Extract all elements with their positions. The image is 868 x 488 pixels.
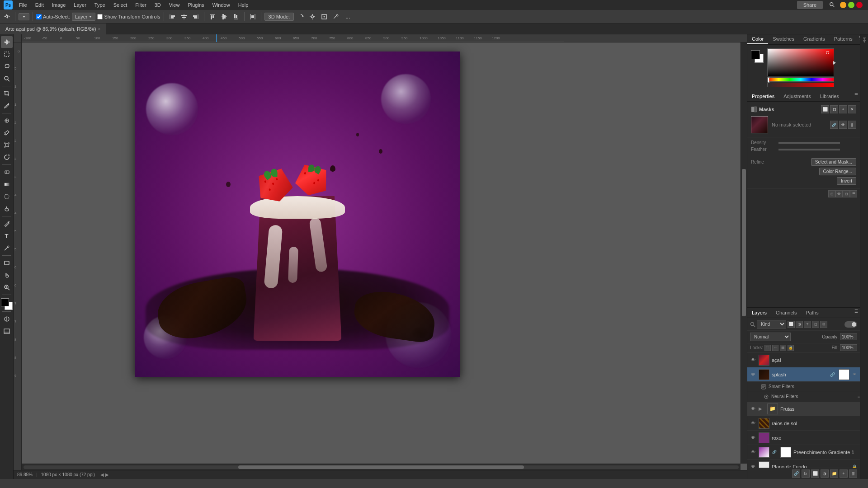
panel-action-1[interactable]: ⊞: [828, 190, 835, 197]
filter-pixel-icon[interactable]: ⬜: [788, 321, 795, 328]
layer-background[interactable]: 👁 Plano de Fundo 🔒: [747, 460, 860, 468]
menu-help[interactable]: Help: [235, 1, 252, 9]
mask-view-btn[interactable]: 👁: [839, 121, 847, 129]
path-select-tool[interactable]: [1, 242, 13, 254]
tab-gradients[interactable]: Gradients: [799, 34, 830, 44]
mask-delete-btn[interactable]: 🗑: [848, 121, 856, 129]
layer-raios-visibility[interactable]: 👁: [750, 420, 756, 427]
share-button[interactable]: Share: [797, 1, 823, 9]
new-layer-btn[interactable]: +: [840, 469, 848, 478]
tab-channels[interactable]: Channels: [771, 308, 801, 318]
blur-tool[interactable]: [1, 191, 13, 202]
menu-type[interactable]: Type: [91, 1, 109, 9]
nav-arrows[interactable]: ◀ ▶: [100, 472, 109, 477]
tab-adjustments[interactable]: Adjustments: [779, 91, 816, 101]
pixel-mask-btn[interactable]: ⬜: [821, 105, 829, 113]
lock-position-icon[interactable]: ↔: [772, 345, 778, 351]
maximize-button[interactable]: [848, 2, 854, 8]
transform-controls-checkbox[interactable]: Show Transform Controls: [97, 14, 160, 19]
layer-splash[interactable]: 👁 splash 🔗 👁: [747, 367, 860, 382]
delete-layer-btn[interactable]: 🗑: [849, 469, 857, 478]
tab-color[interactable]: Color: [747, 34, 768, 44]
foreground-color[interactable]: [1, 298, 9, 306]
invert-button[interactable]: Invert: [837, 177, 856, 185]
menu-layer[interactable]: Layer: [70, 1, 90, 9]
menu-window[interactable]: Window: [209, 1, 234, 9]
layer-acai-visibility[interactable]: 👁: [750, 357, 756, 363]
v-scroll-thumb[interactable]: [742, 169, 746, 316]
3d-mode-button[interactable]: 3D Mode:: [264, 13, 294, 21]
color-gradient-area[interactable]: [767, 48, 834, 76]
panel-action-2[interactable]: 👁: [835, 190, 843, 197]
color-range-button[interactable]: Color Range...: [819, 168, 856, 175]
new-adjustment-btn[interactable]: ◑: [821, 469, 829, 478]
hand-tool[interactable]: [1, 269, 13, 281]
transform-icon[interactable]: [319, 12, 329, 22]
zoom-tool[interactable]: [1, 282, 13, 293]
add-layer-style-btn[interactable]: fx: [802, 469, 810, 478]
add-mask-btn[interactable]: +: [839, 105, 847, 113]
h-scroll-thumb[interactable]: [238, 465, 524, 469]
layer-frutas[interactable]: 👁 ▶ 📁 Frutas: [747, 402, 860, 416]
align-right-icon[interactable]: [191, 12, 201, 22]
menu-image[interactable]: Image: [48, 1, 70, 9]
align-left-icon[interactable]: [167, 12, 177, 22]
layer-raios[interactable]: 👁 raios de sol: [747, 416, 860, 431]
vector-mask-btn[interactable]: ◻: [830, 105, 838, 113]
quick-mask-button[interactable]: [1, 313, 13, 325]
minimize-button[interactable]: [840, 2, 846, 8]
distribute-icon[interactable]: [248, 12, 258, 22]
layer-roxo[interactable]: 👁 roxo: [747, 431, 860, 445]
move-tool[interactable]: [1, 36, 13, 48]
layer-gradient-visibility[interactable]: 👁: [750, 449, 756, 455]
tab-paths[interactable]: Paths: [802, 308, 823, 318]
settings-icon[interactable]: [307, 12, 317, 22]
layer-dropdown[interactable]: Layer: [72, 13, 96, 21]
align-bottom-icon[interactable]: [231, 12, 241, 22]
fg-swatch[interactable]: [751, 50, 760, 59]
layer-splash-visibility[interactable]: 👁: [750, 371, 756, 378]
selection-tool[interactable]: [1, 48, 13, 60]
align-middle-icon[interactable]: [219, 12, 229, 22]
healing-brush-tool[interactable]: [1, 115, 13, 127]
panel-action-3[interactable]: ⊡: [843, 190, 850, 197]
fg-bg-swatch-container[interactable]: [751, 50, 764, 63]
lock-artboard-icon[interactable]: ▦: [780, 345, 786, 351]
h-scroll-track[interactable]: [24, 465, 739, 469]
filter-adj-icon[interactable]: ◑: [796, 321, 803, 328]
alpha-spectrum[interactable]: [767, 83, 834, 87]
lock-pixels-icon[interactable]: ⬚: [764, 345, 771, 351]
layer-frutas-visibility[interactable]: 👁: [750, 406, 756, 412]
hue-slider[interactable]: [768, 77, 769, 83]
props-menu-icon[interactable]: ☰: [853, 91, 860, 99]
filter-toggle[interactable]: [844, 321, 857, 328]
menu-select[interactable]: Select: [110, 1, 131, 9]
menu-view[interactable]: View: [165, 1, 184, 9]
filter-smart-icon[interactable]: ⊞: [820, 321, 827, 328]
hue-spectrum[interactable]: [767, 77, 834, 82]
filter-type-icon[interactable]: T: [804, 321, 811, 328]
tab-close-button[interactable]: ×: [98, 27, 100, 31]
panel-action-4[interactable]: ☰: [850, 190, 857, 197]
quick-select-tool[interactable]: [1, 73, 13, 84]
canvas-document[interactable]: [135, 52, 460, 377]
add-layer-mask-btn[interactable]: ⬜: [811, 469, 819, 478]
menu-file[interactable]: File: [15, 1, 31, 9]
gradient-tool[interactable]: [1, 178, 13, 190]
mask-link-btn[interactable]: 🔗: [830, 121, 838, 129]
filter-shape-icon[interactable]: ◻: [812, 321, 819, 328]
layer-smart-filters[interactable]: Smart Filters: [747, 382, 860, 392]
layer-neural-filters[interactable]: Neural Filters ≡: [747, 392, 860, 402]
vertical-scrollbar[interactable]: [741, 42, 747, 464]
rotate-icon[interactable]: [296, 12, 306, 22]
menu-filter[interactable]: Filter: [132, 1, 150, 9]
pen-tool[interactable]: [1, 218, 13, 230]
align-center-h-icon[interactable]: [179, 12, 189, 22]
move-tool-icon[interactable]: [2, 12, 12, 22]
eraser-tool[interactable]: [1, 166, 13, 178]
search-button[interactable]: [827, 0, 837, 10]
fill-input[interactable]: [840, 344, 857, 351]
history-brush-tool[interactable]: [1, 151, 13, 163]
crop-tool[interactable]: [1, 88, 13, 99]
text-tool[interactable]: T: [1, 230, 13, 242]
